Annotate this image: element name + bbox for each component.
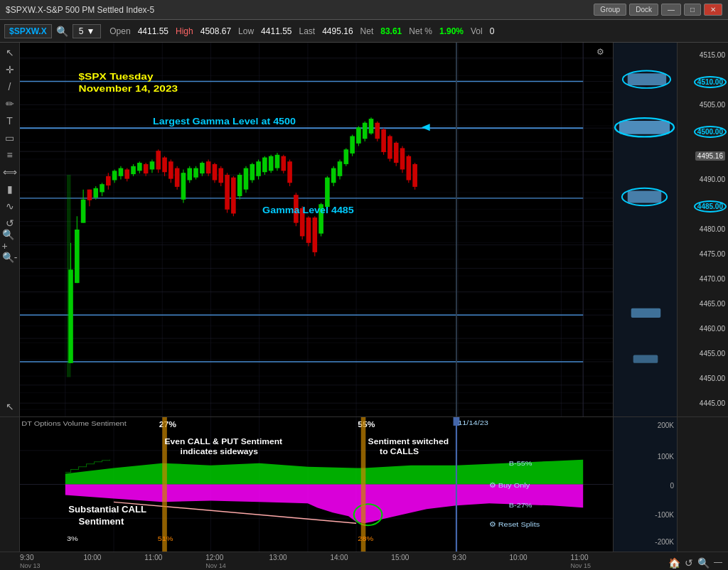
price-4490: 4490.00: [700, 176, 725, 183]
select-tool[interactable]: ↖: [2, 399, 18, 414]
fibonacci-tool[interactable]: ≡: [2, 148, 18, 162]
net-label: Net: [360, 26, 374, 36]
zoom-out-tool[interactable]: 🔍-: [2, 250, 18, 264]
last-label: Last: [299, 26, 316, 36]
title-bar-controls: Group Dock — □ ✕: [594, 4, 722, 16]
crosshair-tool[interactable]: ✛: [2, 63, 18, 77]
svg-rect-64: [156, 151, 161, 169]
svg-rect-98: [262, 158, 267, 173]
svg-rect-130: [363, 123, 368, 139]
pointer-tool[interactable]: ↖: [2, 45, 18, 60]
sentiment-chart-svg: 27% 55% 3% 51% 28% Even CALL & PUT Senti…: [20, 417, 613, 552]
chart-settings-gear[interactable]: ⚙: [596, 47, 604, 57]
svg-rect-92: [244, 168, 249, 190]
zoom-in-bottom[interactable]: 🔍: [697, 557, 710, 569]
svg-text:B-27%: B-27%: [509, 502, 532, 509]
svg-text:27%: 27%: [159, 420, 176, 428]
svg-text:⚙ Buy Only: ⚙ Buy Only: [489, 482, 530, 489]
indicator-tool[interactable]: ∿: [2, 199, 18, 213]
svg-text:Substantial CALL: Substantial CALL: [68, 505, 146, 515]
svg-rect-74: [187, 168, 192, 181]
svg-text:to CALLS: to CALLS: [380, 447, 419, 455]
minimize-button[interactable]: —: [661, 4, 681, 16]
time-930: 9:30Nov 13: [20, 554, 41, 569]
nav-buttons: 🏠 ↺ 🔍 —: [668, 557, 722, 569]
svg-rect-128: [356, 127, 361, 144]
svg-rect-124: [344, 149, 349, 164]
svg-rect-161: [633, 355, 658, 363]
price-4475: 4475.00: [700, 250, 725, 258]
netpct-value: 1.90%: [439, 26, 464, 36]
svg-rect-146: [412, 164, 417, 187]
svg-rect-80: [206, 161, 211, 173]
symbol-selector[interactable]: $SPXW.X: [4, 24, 52, 38]
svg-rect-68: [168, 161, 173, 178]
svg-rect-154: [628, 73, 666, 85]
price-4480: 4480.00: [700, 225, 725, 233]
svg-text:November 14, 2023: November 14, 2023: [79, 83, 178, 94]
main-chart: ⚙ ≡: [20, 43, 613, 416]
svg-rect-132: [369, 119, 374, 134]
time-1100-next: 11:00Nov 15: [570, 554, 591, 569]
dock-button[interactable]: Dock: [629, 4, 658, 16]
lower-chart-row: 27% 55% 3% 51% 28% Even CALL & PUT Senti…: [0, 416, 728, 552]
draw-tool[interactable]: ✏: [2, 97, 18, 111]
time-labels: 9:30Nov 13 10:00 11:00 12:00Nov 14 13:00…: [20, 554, 591, 569]
svg-rect-36: [68, 269, 73, 363]
time-1000-next: 10:00: [510, 554, 528, 569]
svg-rect-96: [256, 161, 261, 176]
svg-rect-90: [237, 175, 242, 196]
svg-rect-86: [225, 175, 230, 210]
candle-type-tool[interactable]: ▮: [2, 182, 18, 196]
refresh-icon[interactable]: ↺: [685, 557, 693, 569]
group-button[interactable]: Group: [594, 4, 626, 16]
high-label: High: [176, 26, 193, 36]
close-button[interactable]: ✕: [704, 4, 722, 16]
ohlc-data: Open 4411.55 High 4508.67 Low 4411.55 La…: [109, 26, 494, 36]
zoom-out-bottom[interactable]: —: [714, 557, 722, 569]
zoom-in-tool[interactable]: 🔍+: [2, 233, 18, 247]
svg-rect-102: [275, 155, 280, 168]
svg-text:Sentiment: Sentiment: [79, 517, 125, 527]
text-tool[interactable]: T: [2, 114, 18, 128]
svg-rect-46: [100, 184, 105, 192]
svg-rect-158: [628, 191, 661, 203]
time-1300: 13:00: [269, 554, 287, 569]
open-label: Open: [109, 26, 130, 36]
undo-tool[interactable]: ↺: [2, 216, 18, 230]
measure-tool[interactable]: ⟺: [2, 165, 18, 179]
price-4450: 4450.00: [700, 375, 725, 382]
svg-rect-84: [218, 168, 223, 183]
svg-text:DT Options Volume Sentiment: DT Options Volume Sentiment: [21, 419, 127, 426]
svg-text:Even CALL & PUT Sentiment: Even CALL & PUT Sentiment: [165, 437, 283, 445]
price-axis: 4515.00 4510.00 4505.00 4500.00 4495.16 …: [677, 43, 728, 416]
interval-value: 5: [79, 26, 84, 36]
price-4510-highlight: 4510.00: [694, 76, 727, 88]
rect-tool[interactable]: ▭: [2, 131, 18, 145]
search-icon[interactable]: 🔍: [56, 26, 68, 37]
svg-rect-104: [281, 156, 286, 171]
lower-chart: 27% 55% 3% 51% 28% Even CALL & PUT Senti…: [20, 417, 613, 552]
svg-text:Sentiment switched: Sentiment switched: [368, 437, 449, 445]
low-label: Low: [238, 26, 254, 36]
svg-text:◄: ◄: [419, 119, 433, 133]
gamma-panel: [613, 43, 677, 416]
svg-rect-56: [131, 166, 136, 174]
home-icon[interactable]: 🏠: [668, 557, 680, 569]
svg-rect-94: [250, 164, 255, 181]
price-4515: 4515.00: [700, 51, 725, 59]
svg-rect-142: [400, 148, 405, 169]
price-4465: 4465.00: [700, 300, 725, 308]
svg-rect-106: [287, 161, 292, 183]
price-4455: 4455.00: [700, 350, 725, 357]
high-value: 4508.67: [200, 26, 231, 36]
time-1400: 14:00: [330, 554, 348, 569]
svg-rect-114: [312, 217, 317, 252]
svg-rect-42: [87, 190, 92, 200]
interval-selector[interactable]: 5 ▼: [73, 24, 102, 38]
time-1000: 10:00: [83, 554, 101, 569]
maximize-button[interactable]: □: [684, 4, 701, 16]
open-value: 4411.55: [138, 26, 168, 36]
svg-text:55%: 55%: [358, 420, 375, 428]
line-tool[interactable]: /: [2, 80, 18, 94]
